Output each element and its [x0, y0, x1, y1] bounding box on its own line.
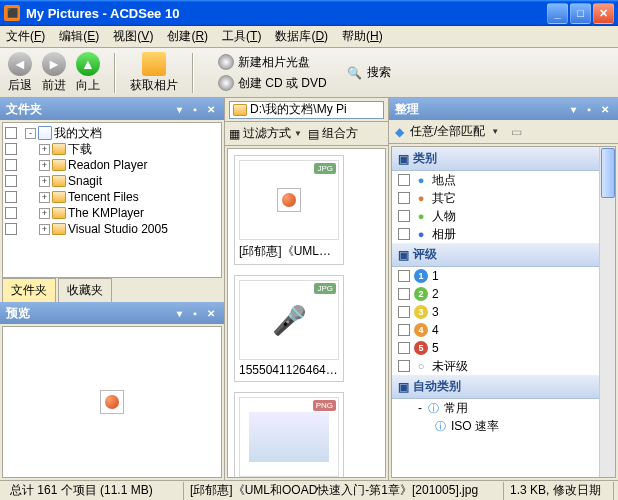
menu-f[interactable]: 文件(F) [6, 28, 45, 45]
checkbox[interactable] [5, 223, 17, 235]
thumbnail[interactable]: 🎤JPG15550411264649559... [234, 275, 344, 382]
auto-iso[interactable]: ⓘISO 速率 [392, 417, 615, 435]
category-item[interactable]: ●地点 [392, 171, 615, 189]
category-item[interactable]: ●相册 [392, 225, 615, 243]
collapse-icon[interactable]: ▣ [398, 248, 409, 262]
checkbox[interactable] [398, 228, 410, 240]
auto-common[interactable]: -ⓘ常用 [392, 399, 615, 417]
tree-item[interactable]: +Tencent Files [5, 189, 219, 205]
checkbox[interactable] [398, 210, 410, 222]
category-item[interactable]: ●其它 [392, 189, 615, 207]
rating-unrated[interactable]: ○未评级 [392, 357, 615, 375]
group-header[interactable]: ▣类别 [392, 147, 615, 171]
folder-tree[interactable]: -我的文档+下载+Readon Player+Snagit+Tencent Fi… [2, 122, 222, 278]
panel-pin-icon[interactable]: ▪ [188, 306, 202, 320]
menu-h[interactable]: 帮助(H) [342, 28, 383, 45]
match-label[interactable]: 任意/全部匹配 [410, 123, 485, 140]
globe-icon: ● [414, 173, 428, 187]
checkbox[interactable] [5, 191, 17, 203]
thumbnail[interactable]: JPG[邱郁惠]《UML和O... [234, 155, 344, 265]
tree-root[interactable]: -我的文档 [5, 125, 219, 141]
expand-icon[interactable]: - [25, 128, 36, 139]
checkbox[interactable] [5, 175, 17, 187]
expand-icon[interactable]: + [39, 208, 50, 219]
scroll-thumb[interactable] [601, 148, 615, 198]
create-cd-button[interactable]: 创建 CD 或 DVD [218, 75, 327, 92]
checkbox[interactable] [5, 127, 17, 139]
status-bar: 总计 161 个项目 (11.1 MB) [邱郁惠]《UML和OOAD快速入门-… [0, 480, 618, 500]
scrollbar[interactable] [599, 147, 615, 477]
get-photos-button[interactable]: 获取相片 [130, 52, 178, 94]
category-item[interactable]: ●人物 [392, 207, 615, 225]
checkbox[interactable] [398, 342, 410, 354]
new-disc-button[interactable]: 新建相片光盘 [218, 54, 327, 71]
maximize-button[interactable]: □ [570, 3, 591, 24]
menu-d[interactable]: 数据库(D) [275, 28, 328, 45]
checkbox[interactable] [398, 288, 410, 300]
search-button[interactable]: 🔍 搜索 [347, 64, 391, 81]
panel-pin-icon[interactable]: ▪ [582, 102, 596, 116]
rating-item[interactable]: 55 [392, 339, 615, 357]
panel-close-icon[interactable]: ✕ [204, 306, 218, 320]
thumbnail[interactable]: PNG [234, 392, 344, 478]
tab-favorites[interactable]: 收藏夹 [58, 278, 112, 302]
group-button[interactable]: ▤ 组合方 [308, 125, 358, 142]
checkbox[interactable] [5, 143, 17, 155]
item-label: 其它 [432, 190, 456, 207]
format-badge: JPG [314, 283, 336, 294]
panel-menu-icon[interactable]: ▾ [172, 306, 186, 320]
app-icon: ⬛ [4, 5, 20, 21]
group-header[interactable]: ▣评级 [392, 243, 615, 267]
tab-folders[interactable]: 文件夹 [2, 278, 56, 302]
checkbox[interactable] [398, 360, 410, 372]
tree-item[interactable]: +The KMPlayer [5, 205, 219, 221]
filter-button[interactable]: ▦ 过滤方式 ▼ [229, 125, 302, 142]
checkbox[interactable] [398, 174, 410, 186]
image-icon [249, 412, 329, 462]
expand-icon[interactable]: + [39, 224, 50, 235]
rating-item[interactable]: 33 [392, 303, 615, 321]
up-icon: ▲ [76, 52, 100, 76]
panel-pin-icon[interactable]: ▪ [188, 102, 202, 116]
close-button[interactable]: ✕ [593, 3, 614, 24]
expand-icon[interactable]: + [39, 144, 50, 155]
menu-t[interactable]: 工具(T) [222, 28, 261, 45]
path-input[interactable]: D:\我的文档\My Pi [229, 101, 384, 119]
rating-item[interactable]: 44 [392, 321, 615, 339]
thumbnail-pane[interactable]: JPG[邱郁惠]《UML和O...🎤JPG15550411264649559..… [227, 148, 386, 478]
rating-item[interactable]: 22 [392, 285, 615, 303]
menu-v[interactable]: 视图(V) [113, 28, 153, 45]
up-button[interactable]: ▲ 向上 [76, 52, 100, 94]
panel-menu-icon[interactable]: ▾ [172, 102, 186, 116]
expand-icon[interactable]: + [39, 192, 50, 203]
collapse-icon[interactable]: ▣ [398, 152, 409, 166]
tree-item[interactable]: +Visual Studio 2005 [5, 221, 219, 237]
tree-item[interactable]: +Snagit [5, 173, 219, 189]
collapse-icon[interactable]: ▣ [398, 380, 409, 394]
tree-item[interactable]: +Readon Player [5, 157, 219, 173]
rating-item[interactable]: 11 [392, 267, 615, 285]
checkbox[interactable] [5, 207, 17, 219]
item-label: 1 [432, 269, 439, 283]
forward-button[interactable]: ► 前进 [42, 52, 66, 94]
unrated-icon: ○ [414, 359, 428, 373]
checkbox[interactable] [398, 192, 410, 204]
minimize-button[interactable]: _ [547, 3, 568, 24]
checkbox[interactable] [398, 306, 410, 318]
chevron-down-icon[interactable]: ▼ [491, 127, 499, 136]
checkbox[interactable] [5, 159, 17, 171]
group-header[interactable]: ▣自动类别 [392, 375, 615, 399]
panel-menu-icon[interactable]: ▾ [566, 102, 580, 116]
checkbox[interactable] [398, 324, 410, 336]
tree-item[interactable]: +下载 [5, 141, 219, 157]
panel-close-icon[interactable]: ✕ [204, 102, 218, 116]
panel-close-icon[interactable]: ✕ [598, 102, 612, 116]
expand-icon[interactable]: + [39, 160, 50, 171]
back-button[interactable]: ◄ 后退 [8, 52, 32, 94]
checkbox[interactable] [398, 270, 410, 282]
expand-icon[interactable]: + [39, 176, 50, 187]
menu-r[interactable]: 创建(R) [167, 28, 208, 45]
menu-e[interactable]: 编辑(E) [59, 28, 99, 45]
expand-icon[interactable]: - [418, 401, 422, 415]
clear-icon[interactable]: ▭ [511, 125, 522, 139]
